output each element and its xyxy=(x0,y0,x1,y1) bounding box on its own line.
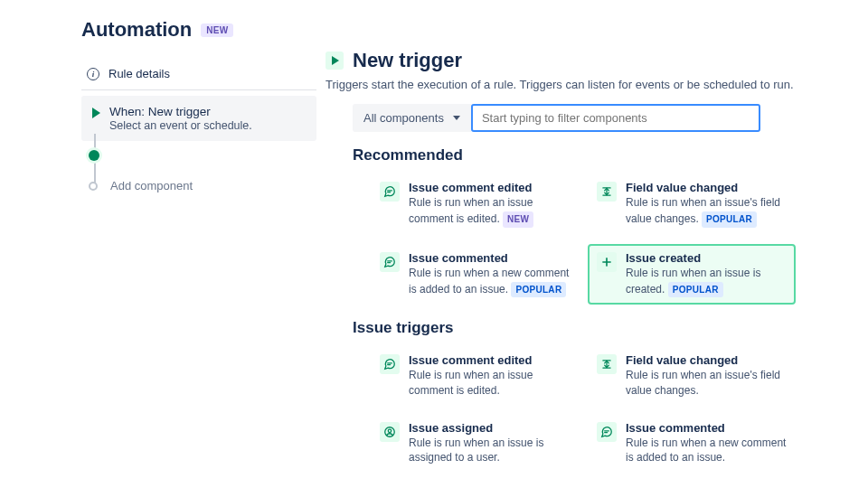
info-icon: i xyxy=(87,68,99,80)
popular-badge: POPULAR xyxy=(511,282,566,298)
recommended-cards: Issue comment editedRule is run when an … xyxy=(371,174,796,305)
trigger-card[interactable]: Issue comment editedRule is run when an … xyxy=(371,174,579,235)
card-description: Rule is run when an issue comment is edi… xyxy=(409,195,570,228)
trigger-card[interactable]: Issue commentedRule is run when a new co… xyxy=(371,244,579,305)
chevron-down-icon xyxy=(453,116,460,120)
card-description: Rule is run when an issue's field value … xyxy=(626,195,787,228)
trigger-card[interactable]: Issue comment editedRule is run when an … xyxy=(371,346,579,404)
card-title: Field value changed xyxy=(626,181,787,194)
timeline-dot-empty xyxy=(89,182,98,191)
card-title: Issue commented xyxy=(409,251,570,265)
main-description: Triggers start the execution of a rule. … xyxy=(326,78,832,91)
field-icon xyxy=(597,182,617,202)
timeline-dot-current xyxy=(89,150,99,161)
section-heading-issue-triggers: Issue triggers xyxy=(353,319,832,337)
new-badge: NEW xyxy=(503,211,533,228)
rule-details-label: Rule details xyxy=(108,67,170,80)
component-search-input[interactable] xyxy=(471,104,760,132)
rule-details-link[interactable]: i Rule details xyxy=(81,58,316,90)
trigger-card[interactable]: Issue assignedRule is run when an issue … xyxy=(371,414,579,472)
trigger-card[interactable]: Field value changedRule is run when an i… xyxy=(588,174,796,235)
card-description: Rule is run when a new comment is added … xyxy=(626,436,787,465)
play-icon xyxy=(92,108,100,118)
card-description: Rule is run when a new comment is added … xyxy=(409,266,570,298)
svg-point-1 xyxy=(388,429,392,433)
section-heading-recommended: Recommended xyxy=(353,146,832,164)
comment-icon xyxy=(380,354,400,374)
popular-badge: POPULAR xyxy=(668,282,723,298)
comment-icon xyxy=(380,182,400,202)
user-icon xyxy=(380,422,400,442)
card-title: Issue comment edited xyxy=(409,181,570,194)
step-title: When: New trigger xyxy=(109,105,252,118)
add-component-button[interactable]: Add component xyxy=(89,170,316,202)
card-description: Rule is run when an issue is assigned to… xyxy=(409,436,570,465)
comment-icon xyxy=(380,252,400,272)
add-component-label: Add component xyxy=(110,179,193,192)
card-description: Rule is run when an issue's field value … xyxy=(626,368,787,397)
card-title: Field value changed xyxy=(626,353,787,367)
step-subtitle: Select an event or schedule. xyxy=(109,119,252,132)
popular-badge: POPULAR xyxy=(702,211,757,228)
main-title: New trigger xyxy=(353,49,462,72)
card-description: Rule is run when an issue is created. PO… xyxy=(626,266,787,298)
step-new-trigger[interactable]: When: New trigger Select an event or sch… xyxy=(81,96,316,141)
trigger-card[interactable]: Field value changedRule is run when an i… xyxy=(588,346,796,404)
trigger-card[interactable]: Issue createdRule is run when an issue i… xyxy=(588,244,796,305)
trigger-card[interactable]: Issue commentedRule is run when a new co… xyxy=(588,414,796,472)
issue-trigger-cards: Issue comment editedRule is run when an … xyxy=(371,346,796,472)
component-filter-dropdown[interactable]: All components xyxy=(353,104,471,132)
field-icon xyxy=(597,354,617,374)
play-icon xyxy=(326,52,344,70)
card-description: Rule is run when an issue comment is edi… xyxy=(409,368,570,397)
card-title: Issue commented xyxy=(626,421,787,435)
card-title: Issue assigned xyxy=(409,421,570,435)
page-title: Automation xyxy=(81,18,192,42)
card-title: Issue comment edited xyxy=(409,353,570,367)
new-badge: NEW xyxy=(201,23,233,37)
comment-icon xyxy=(597,422,617,442)
dropdown-label: All components xyxy=(363,111,444,125)
card-title: Issue created xyxy=(626,251,787,265)
plus-icon xyxy=(597,252,617,272)
